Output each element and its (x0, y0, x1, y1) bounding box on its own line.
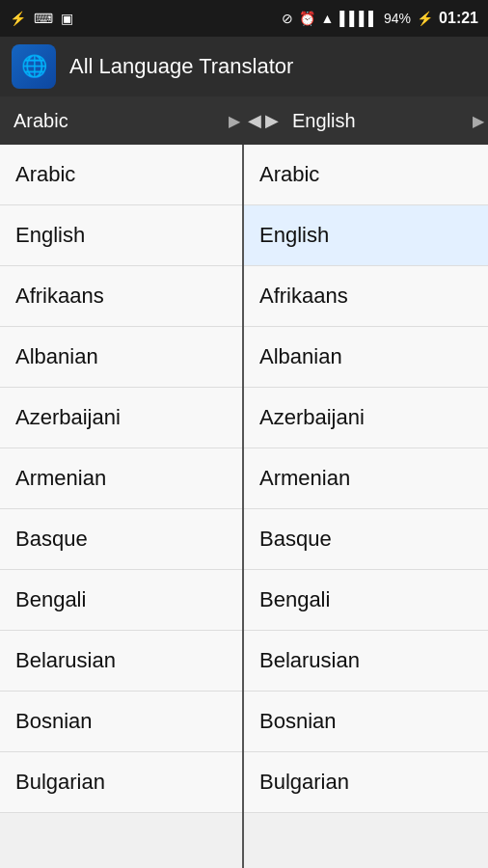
right-list-item[interactable]: Bulgarian (244, 752, 488, 813)
left-list-item[interactable]: Bosnian (0, 692, 242, 752)
app-title: All Language Translator (69, 54, 293, 79)
right-list-item[interactable]: Afrikaans (244, 266, 488, 327)
left-list-item[interactable]: Bengali (0, 570, 242, 631)
right-language-label: English (292, 110, 356, 132)
left-list-item[interactable]: Azerbaijani (0, 388, 242, 448)
right-list-item[interactable]: Basque (244, 509, 488, 570)
right-list-item[interactable]: Arabic (244, 145, 488, 205)
swap-direction[interactable]: ◀ ▶ (244, 110, 283, 131)
right-list-item[interactable]: Albanian (244, 327, 488, 388)
clock: 01:21 (439, 10, 478, 27)
right-list-item[interactable]: English (244, 205, 488, 266)
charging-icon: ⚡ (417, 11, 433, 26)
globe-icon: 🌐 (21, 54, 47, 79)
app-bar: 🌐 All Language Translator (0, 37, 488, 96)
right-language-list[interactable]: ArabicEnglishAfrikaansAlbanianAzerbaijan… (244, 145, 488, 868)
usb-icon: ⚡ (10, 11, 26, 26)
left-list-item[interactable]: Afrikaans (0, 266, 242, 327)
left-list-item[interactable]: Armenian (0, 448, 242, 509)
right-list-item[interactable]: Bengali (244, 570, 488, 631)
mute-icon: ⊘ (282, 11, 293, 26)
right-arrow-icon: ▶ (265, 110, 279, 131)
left-language-selector[interactable]: Arabic (0, 110, 244, 132)
status-right-icons: ⊘ ⏰ ▲ ▌▌▌▌ 94% ⚡ 01:21 (282, 10, 479, 27)
status-bar: ⚡ ⌨ ▣ ⊘ ⏰ ▲ ▌▌▌▌ 94% ⚡ 01:21 (0, 0, 488, 37)
right-list-item[interactable]: Bosnian (244, 692, 488, 752)
right-list-item[interactable]: Belarusian (244, 631, 488, 692)
left-list-item[interactable]: Albanian (0, 327, 242, 388)
left-list-item[interactable]: Belarusian (0, 631, 242, 692)
left-list-item[interactable]: Basque (0, 509, 242, 570)
battery-level: 94% (384, 11, 411, 26)
lists-container: ArabicEnglishAfrikaansAlbanianAzerbaijan… (0, 145, 488, 868)
column-headers: Arabic ◀ ▶ English (0, 96, 488, 145)
left-language-list[interactable]: ArabicEnglishAfrikaansAlbanianAzerbaijan… (0, 145, 244, 868)
status-left-icons: ⚡ ⌨ ▣ (10, 11, 73, 26)
app-icon: 🌐 (12, 44, 56, 89)
right-language-selector[interactable]: English (283, 110, 488, 132)
keyboard-icon: ⌨ (34, 11, 53, 26)
left-arrow-icon: ◀ (248, 110, 261, 131)
signal-icon: ▌▌▌▌ (339, 11, 378, 26)
left-list-item[interactable]: Arabic (0, 145, 242, 205)
left-list-item[interactable]: Bulgarian (0, 752, 242, 813)
left-language-label: Arabic (14, 110, 68, 132)
phone-icon: ▣ (61, 11, 73, 26)
alarm-icon: ⏰ (299, 11, 315, 26)
right-list-item[interactable]: Armenian (244, 448, 488, 509)
left-list-item[interactable]: English (0, 205, 242, 266)
right-list-item[interactable]: Azerbaijani (244, 388, 488, 448)
wifi-icon: ▲ (321, 11, 335, 26)
